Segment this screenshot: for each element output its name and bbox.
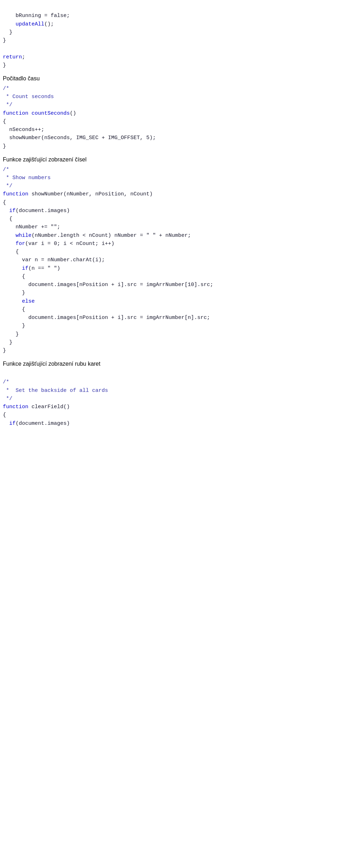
code-line: } bbox=[3, 338, 337, 347]
code-text: { bbox=[9, 216, 12, 222]
keyword: return bbox=[3, 54, 22, 60]
code-text: () bbox=[70, 110, 76, 116]
comment: /* bbox=[3, 379, 9, 385]
code-line: * Count seconds bbox=[3, 93, 337, 101]
code-line: { bbox=[3, 215, 337, 223]
code-text: { bbox=[3, 412, 6, 418]
code-line: * Show numbers bbox=[3, 174, 337, 182]
comment: * Show numbers bbox=[3, 175, 51, 181]
code-line: document.images[nPosition + i].src = img… bbox=[3, 281, 337, 289]
code-text bbox=[28, 110, 32, 116]
code-line: for(var i = 0; i < nCount; i++) bbox=[3, 240, 337, 248]
code-line: var n = nNumber.charAt(i); bbox=[3, 256, 337, 264]
keyword: if bbox=[22, 265, 28, 272]
keyword: function bbox=[3, 110, 28, 116]
keyword: if bbox=[9, 421, 16, 427]
code-line: { bbox=[3, 273, 337, 281]
code-text: clearField() bbox=[28, 404, 70, 410]
code-line: } bbox=[3, 36, 337, 45]
section-heading: Funkce zajišťující zobrazení rubu karet bbox=[3, 360, 337, 369]
code-text: showNumber(nNumber, nPosition, nCount) bbox=[28, 191, 153, 197]
code-text: (document.images) bbox=[16, 421, 70, 427]
code-line: } bbox=[3, 61, 337, 69]
code-line: nSeconds++; bbox=[3, 126, 337, 134]
code-text: { bbox=[22, 274, 25, 280]
code-line: bRunning = false; bbox=[3, 12, 337, 20]
code-text: } bbox=[16, 331, 19, 337]
comment: */ bbox=[3, 102, 12, 108]
code-line: { bbox=[3, 199, 337, 207]
keyword: function bbox=[3, 404, 28, 410]
code-text: } bbox=[22, 323, 25, 329]
code-line: nNumber += ""; bbox=[3, 223, 337, 231]
code-text: { bbox=[22, 307, 25, 313]
keyword: else bbox=[22, 298, 35, 304]
code-text: } bbox=[3, 62, 6, 68]
code-text: } bbox=[9, 29, 12, 35]
code-text: bRunning = false; bbox=[16, 13, 70, 19]
code-line: */ bbox=[3, 101, 337, 109]
code-text: (); bbox=[44, 21, 54, 27]
comment: /* bbox=[3, 167, 9, 173]
code-line: /* bbox=[3, 166, 337, 174]
code-line: } bbox=[3, 347, 337, 355]
code-line: if(n == " ") bbox=[3, 264, 337, 273]
code-text: } bbox=[3, 38, 6, 44]
code-line: /* bbox=[3, 85, 337, 93]
code-text: } bbox=[3, 143, 6, 149]
comment: /* bbox=[3, 86, 9, 92]
section-heading: Funkce zajišťující zobrazení čísel bbox=[3, 155, 337, 164]
code-line: function countSeconds() bbox=[3, 109, 337, 118]
keyword: for bbox=[16, 241, 25, 247]
code-line: * Set the backside of all cards bbox=[3, 387, 337, 395]
code-line: document.images[nPosition + i].src = img… bbox=[3, 314, 337, 322]
code-line: updateAll(); bbox=[3, 20, 337, 28]
code-text: (document.images) bbox=[16, 208, 70, 214]
code-line: if(document.images) bbox=[3, 419, 337, 428]
comment: */ bbox=[3, 183, 12, 189]
code-line: { bbox=[3, 411, 337, 419]
code-line: if(document.images) bbox=[3, 207, 337, 215]
code-line: { bbox=[3, 118, 337, 126]
code-text: showNumber(nSeconds, IMG_SEC + IMG_OFFSE… bbox=[9, 135, 156, 141]
code-line: function clearField() bbox=[3, 403, 337, 411]
code-text: (var i = 0; i < nCount; i++) bbox=[25, 241, 114, 247]
keyword: while bbox=[16, 233, 32, 239]
keyword: countSeconds bbox=[32, 110, 70, 116]
code-text: document.images[nPosition + i].src = img… bbox=[28, 282, 213, 288]
code-line: */ bbox=[3, 395, 337, 403]
code-text: } bbox=[3, 348, 6, 354]
code-text: (nNumber.length < nCount) nNumber = " " … bbox=[32, 233, 191, 239]
code-text: document.images[nPosition + i].src = img… bbox=[28, 315, 210, 321]
code-line: } bbox=[3, 289, 337, 297]
code-text: { bbox=[3, 200, 6, 206]
code-text: ; bbox=[22, 54, 25, 60]
code-line: /* bbox=[3, 378, 337, 386]
comment: * Set the backside of all cards bbox=[3, 388, 108, 394]
code-text: } bbox=[22, 290, 25, 296]
code-line: function showNumber(nNumber, nPosition, … bbox=[3, 190, 337, 198]
code-line: { bbox=[3, 305, 337, 314]
keyword: if bbox=[9, 208, 16, 214]
code-line: { bbox=[3, 248, 337, 256]
code-line: while(nNumber.length < nCount) nNumber =… bbox=[3, 232, 337, 240]
code-text: { bbox=[16, 249, 19, 255]
code-text: nSeconds++; bbox=[9, 127, 44, 133]
code-viewer: bRunning = false; updateAll(); }}return;… bbox=[0, 0, 340, 431]
code-text: nNumber += ""; bbox=[16, 224, 60, 230]
comment: */ bbox=[3, 396, 12, 402]
code-text: } bbox=[9, 339, 12, 346]
code-line: } bbox=[3, 330, 337, 338]
section-heading: Počitadlo času bbox=[3, 74, 337, 83]
blank-line bbox=[3, 45, 337, 53]
code-line: } bbox=[3, 28, 337, 36]
keyword: updateAll bbox=[16, 21, 44, 27]
code-text: { bbox=[3, 119, 6, 125]
code-line: else bbox=[3, 297, 337, 305]
code-line: showNumber(nSeconds, IMG_SEC + IMG_OFFSE… bbox=[3, 134, 337, 142]
code-line: return; bbox=[3, 53, 337, 61]
code-line: */ bbox=[3, 182, 337, 190]
keyword: function bbox=[3, 191, 28, 197]
code-line: } bbox=[3, 142, 337, 150]
code-text: (n == " ") bbox=[28, 265, 60, 272]
